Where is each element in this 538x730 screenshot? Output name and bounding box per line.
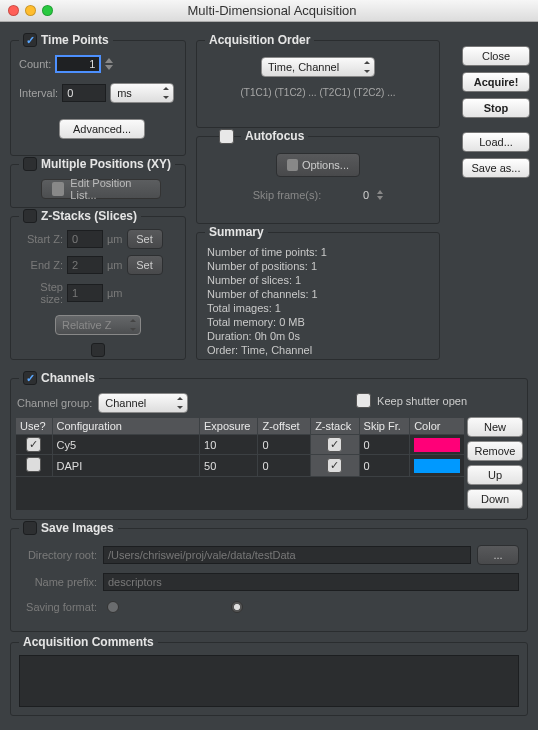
summary-line: Total images: 1 <box>207 301 327 315</box>
format-radio-1[interactable] <box>107 601 119 613</box>
channel-group-select[interactable]: Channel <box>98 393 188 413</box>
positions-title: Multiple Positions (XY) <box>41 157 171 171</box>
channels-checkbox[interactable] <box>23 371 37 385</box>
edit-position-list-button[interactable]: Edit Position List... <box>41 179 161 199</box>
row-use-checkbox[interactable] <box>26 457 41 472</box>
start-z-input[interactable] <box>67 230 103 248</box>
keep-shutter-checkbox[interactable] <box>356 393 371 408</box>
count-label: Count: <box>19 58 51 70</box>
row-exposure[interactable]: 50 <box>200 455 258 477</box>
col-skip: Skip Fr. <box>359 418 410 435</box>
summary-line: Order: Time, Channel <box>207 343 327 357</box>
acq-order-pattern: (T1C1) (T1C2) ... (T2C1) (T2C2) ... <box>197 87 439 98</box>
acq-order-select[interactable]: Time, Channel <box>261 57 375 77</box>
end-z-unit: µm <box>107 259 123 271</box>
summary-line: Total memory: 0 MB <box>207 315 327 329</box>
title-bar: Multi-Dimensional Acquisition <box>0 0 538 22</box>
row-zstack-checkbox[interactable] <box>327 458 342 473</box>
zstacks-title: Z-Stacks (Slices) <box>41 209 137 223</box>
channel-remove-button[interactable]: Remove <box>467 441 523 461</box>
browse-button[interactable]: ... <box>477 545 519 565</box>
summary-line: Number of slices: 1 <box>207 273 327 287</box>
channel-new-button[interactable]: New <box>467 417 523 437</box>
col-config: Configuration <box>52 418 199 435</box>
row-skip[interactable]: 0 <box>359 435 410 455</box>
advanced-button[interactable]: Advanced... <box>59 119 145 139</box>
step-size-input[interactable] <box>67 284 103 302</box>
row-zoffset[interactable]: 0 <box>258 435 311 455</box>
z-extra-checkbox[interactable] <box>91 343 105 357</box>
dir-root-label: Directory root: <box>19 549 97 561</box>
channel-down-button[interactable]: Down <box>467 489 523 509</box>
acquire-button[interactable]: Acquire! <box>462 72 530 92</box>
row-config[interactable]: Cy5 <box>52 435 199 455</box>
zstacks-checkbox[interactable] <box>23 209 37 223</box>
skip-frames-value[interactable]: 0 <box>329 189 369 201</box>
skip-step-up[interactable] <box>377 190 383 194</box>
interval-unit-select[interactable]: ms <box>110 83 174 103</box>
end-z-set-button[interactable]: Set <box>127 255 163 275</box>
autofocus-title: Autofocus <box>245 129 304 143</box>
start-z-unit: µm <box>107 233 123 245</box>
save-images-checkbox[interactable] <box>23 521 37 535</box>
row-exposure[interactable]: 10 <box>200 435 258 455</box>
summary-line: Number of channels: 1 <box>207 287 327 301</box>
col-use: Use? <box>16 418 53 435</box>
summary-line: Number of time points: 1 <box>207 245 327 259</box>
row-color[interactable] <box>410 435 465 455</box>
name-prefix-label: Name prefix: <box>19 576 97 588</box>
channels-title: Channels <box>41 371 95 385</box>
comments-title: Acquisition Comments <box>23 635 154 649</box>
channels-table[interactable]: Use? Configuration Exposure Z-offset Z-s… <box>15 417 465 477</box>
positions-checkbox[interactable] <box>23 157 37 171</box>
row-zstack-checkbox[interactable] <box>327 437 342 452</box>
autofocus-options-button[interactable]: Options... <box>276 153 360 177</box>
name-prefix-input[interactable] <box>103 573 519 591</box>
saving-format-label: Saving format: <box>19 601 97 613</box>
list-icon <box>52 182 64 196</box>
wrench-icon <box>287 159 298 171</box>
row-config[interactable]: DAPI <box>52 455 199 477</box>
skip-frames-label: Skip frame(s): <box>253 189 321 201</box>
close-button[interactable]: Close <box>462 46 530 66</box>
start-z-set-button[interactable]: Set <box>127 229 163 249</box>
summary-line: Number of positions: 1 <box>207 259 327 273</box>
summary-body: Number of time points: 1 Number of posit… <box>207 245 327 357</box>
row-skip[interactable]: 0 <box>359 455 410 477</box>
row-color[interactable] <box>410 455 465 477</box>
table-row[interactable]: Cy5 10 0 0 <box>16 435 465 455</box>
channel-up-button[interactable]: Up <box>467 465 523 485</box>
count-step-down[interactable] <box>105 65 113 70</box>
stop-button[interactable]: Stop <box>462 98 530 118</box>
channel-group-label: Channel group: <box>17 397 92 409</box>
summary-line: Duration: 0h 0m 0s <box>207 329 327 343</box>
load-button[interactable]: Load... <box>462 132 530 152</box>
end-z-input[interactable] <box>67 256 103 274</box>
acq-order-title: Acquisition Order <box>209 33 310 47</box>
time-points-checkbox[interactable] <box>23 33 37 47</box>
dir-root-input[interactable] <box>103 546 471 564</box>
save-images-title: Save Images <box>41 521 114 535</box>
z-mode-select[interactable]: Relative Z <box>55 315 141 335</box>
time-points-title: Time Points <box>41 33 109 47</box>
format-radio-2[interactable] <box>231 601 243 613</box>
step-size-label: Step size: <box>19 281 63 305</box>
autofocus-checkbox[interactable] <box>219 129 234 144</box>
row-use-checkbox[interactable] <box>26 437 41 452</box>
summary-title: Summary <box>209 225 264 239</box>
save-as-button[interactable]: Save as... <box>462 158 530 178</box>
col-zstack: Z-stack <box>311 418 359 435</box>
interval-input[interactable] <box>62 84 106 102</box>
comments-textarea[interactable] <box>19 655 519 707</box>
count-input[interactable] <box>55 55 101 73</box>
start-z-label: Start Z: <box>19 233 63 245</box>
row-zoffset[interactable]: 0 <box>258 455 311 477</box>
step-size-unit: µm <box>107 287 123 299</box>
skip-step-down[interactable] <box>377 196 383 200</box>
col-color: Color <box>410 418 465 435</box>
interval-label: Interval: <box>19 87 58 99</box>
table-row[interactable]: DAPI 50 0 0 <box>16 455 465 477</box>
end-z-label: End Z: <box>19 259 63 271</box>
col-zoffset: Z-offset <box>258 418 311 435</box>
count-step-up[interactable] <box>105 58 113 63</box>
